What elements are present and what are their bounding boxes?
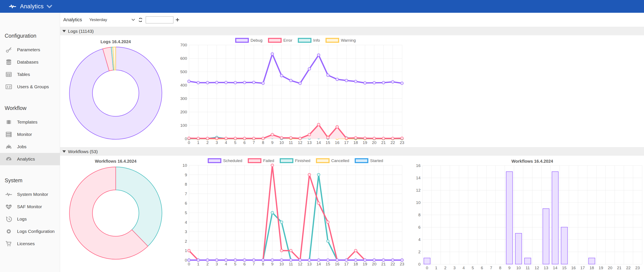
sidebar-item-templates[interactable]: Templates xyxy=(0,116,60,128)
data-point xyxy=(224,81,227,84)
app-title[interactable]: Analytics xyxy=(20,3,44,10)
svg-text:23: 23 xyxy=(400,262,404,266)
svg-text:12: 12 xyxy=(298,262,302,266)
legend-label: Failed xyxy=(263,158,274,163)
svg-text:5: 5 xyxy=(234,262,236,266)
sidebar-item-label: Logs Configuration xyxy=(17,229,54,234)
data-point xyxy=(317,259,320,262)
data-point xyxy=(243,259,246,262)
donut-segment-finished xyxy=(116,167,162,246)
sidebar-item-logs[interactable]: Logs xyxy=(0,213,60,225)
data-point xyxy=(243,81,246,84)
sidebar-item-databases[interactable]: Databases xyxy=(0,56,60,68)
sidebar-item-licenses[interactable]: Licenses xyxy=(0,238,60,250)
svg-text:600: 600 xyxy=(180,56,187,61)
sidebar-item-monitor[interactable]: Monitor xyxy=(0,128,60,140)
sidebar-section-configuration: ConfigurationParametersDatabasesTablesUs… xyxy=(0,32,60,93)
workflows-section-label: Workflows (53) xyxy=(68,149,98,154)
svg-text:20: 20 xyxy=(608,266,612,270)
data-point xyxy=(252,81,255,84)
logs-section-header[interactable]: Logs (11143) xyxy=(60,27,644,35)
svg-text:1: 1 xyxy=(185,248,187,253)
svg-text:4: 4 xyxy=(185,220,187,225)
sidebar-item-logs-configuration[interactable]: Logs Configuration xyxy=(0,225,60,238)
legend-item-finished[interactable]: Finished xyxy=(280,158,310,163)
period-select[interactable]: Yesterday xyxy=(89,17,135,22)
sidebar-item-label: Databases xyxy=(17,60,38,65)
database-icon xyxy=(5,58,12,66)
sidebar-item-saf-monitor[interactable]: SAF Monitor xyxy=(0,201,60,213)
data-point xyxy=(391,259,394,262)
svg-text:1: 1 xyxy=(435,266,437,270)
chevron-down-icon[interactable] xyxy=(47,5,52,8)
data-point xyxy=(345,137,348,140)
legend-item-cancelled[interactable]: Cancelled xyxy=(316,158,349,163)
sidebar-item-analytics[interactable]: Analytics xyxy=(0,153,60,165)
bar xyxy=(588,258,595,264)
svg-text:19: 19 xyxy=(598,266,603,270)
sidebar-item-jobs[interactable]: Jobs xyxy=(0,140,60,153)
svg-text:1: 1 xyxy=(197,140,200,145)
data-point xyxy=(326,240,329,243)
data-point xyxy=(243,137,246,140)
svg-text:18: 18 xyxy=(354,262,358,266)
server-icon xyxy=(5,131,12,138)
svg-text:7: 7 xyxy=(185,192,187,196)
sidebar-section-title: System xyxy=(0,177,60,183)
filter-input[interactable] xyxy=(146,16,174,23)
legend-item-scheduled[interactable]: Scheduled xyxy=(208,158,242,163)
legend-item-failed[interactable]: Failed xyxy=(248,158,274,163)
logs-donut-svg[interactable] xyxy=(69,46,162,140)
data-point xyxy=(326,259,329,262)
sidebar-item-users-groups[interactable]: Users & Groups xyxy=(0,81,60,93)
sidebar-item-parameters[interactable]: Parameters xyxy=(0,44,60,56)
data-point xyxy=(345,79,348,82)
data-point xyxy=(234,259,237,262)
logs-line-chart: 0100200300400500600700012345678910111213… xyxy=(177,41,407,147)
svg-text:11: 11 xyxy=(289,140,293,145)
svg-text:100: 100 xyxy=(180,123,187,128)
svg-text:20: 20 xyxy=(372,262,376,266)
logs-section-label: Logs (11143) xyxy=(68,29,94,34)
svg-text:21: 21 xyxy=(381,140,386,145)
data-point xyxy=(280,136,283,139)
data-point xyxy=(391,137,394,140)
data-point xyxy=(391,80,394,83)
data-point xyxy=(271,53,274,55)
plus-icon xyxy=(175,17,180,22)
svg-text:1: 1 xyxy=(197,262,200,266)
chart-grid xyxy=(189,45,402,139)
data-point xyxy=(382,81,385,84)
svg-text:13: 13 xyxy=(544,266,548,270)
sidebar-section-system: SystemSystem MonitorSAF MonitorLogsLogs … xyxy=(0,177,60,250)
logs-line-svg[interactable]: 0100200300400500600700012345678910111213… xyxy=(177,41,407,147)
workflows-section-header[interactable]: Workflows (53) xyxy=(60,147,644,156)
svg-text:4: 4 xyxy=(225,140,227,145)
svg-text:0: 0 xyxy=(185,258,187,263)
workflows-donut-svg[interactable] xyxy=(69,166,162,260)
svg-text:2: 2 xyxy=(418,250,420,254)
sidebar-item-label: SAF Monitor xyxy=(17,204,42,209)
svg-text:2: 2 xyxy=(206,140,209,145)
gear-icon xyxy=(5,228,12,235)
legend-item-started[interactable]: Started xyxy=(355,158,383,163)
data-point xyxy=(216,137,218,140)
bar xyxy=(561,227,568,264)
sidebar-item-system-monitor[interactable]: System Monitor xyxy=(0,188,60,201)
svg-text:3: 3 xyxy=(216,140,218,145)
add-button[interactable] xyxy=(175,17,180,22)
workflows-line-svg[interactable]: 0123456789100123456789101112131415161718… xyxy=(177,163,407,269)
svg-text:5: 5 xyxy=(472,266,474,270)
data-point xyxy=(188,259,190,262)
workflows-bar-svg[interactable]: 0246810121416012345678910111213141516171… xyxy=(414,158,644,272)
data-point xyxy=(308,133,311,136)
data-point xyxy=(234,81,237,84)
sidebar-item-tables[interactable]: Tables xyxy=(0,68,60,81)
logs-section: Logs 16.4.2024 DebugErrorInfoWarning 010… xyxy=(60,35,644,147)
data-point xyxy=(262,137,264,140)
refresh-button[interactable] xyxy=(138,17,143,22)
data-point xyxy=(382,137,385,140)
sidebar-section-workflow: WorkflowTemplatesMonitorJobsAnalytics xyxy=(0,105,60,165)
data-point xyxy=(326,136,329,139)
svg-text:4: 4 xyxy=(418,237,420,242)
